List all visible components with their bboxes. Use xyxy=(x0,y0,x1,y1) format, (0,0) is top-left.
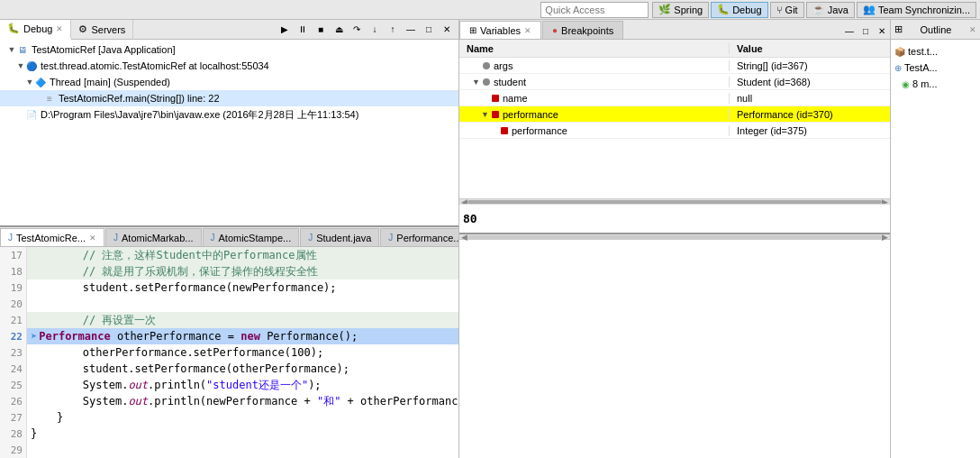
tab-test-atomic[interactable]: J TestAtomicRe... ✕ xyxy=(0,228,104,246)
line-num-20: 20 xyxy=(0,296,26,312)
step-into-button[interactable]: ↓ xyxy=(367,22,383,38)
expand-thread-group[interactable]: ▼ xyxy=(16,61,25,70)
code-line-27: } xyxy=(27,409,458,426)
resume-button[interactable]: ▶ xyxy=(277,22,293,38)
step-over-button[interactable]: ↷ xyxy=(349,22,365,38)
bug-icon: 🐛 xyxy=(7,23,20,34)
java-icon: ☕ xyxy=(812,4,825,15)
tree-item-app[interactable]: ▼ 🖥 TestAtomicRef [Java Application] xyxy=(0,41,458,58)
outline-panel: ⊞ Outline ✕ 📦 test.t... ⊕ TestA... ◉ 8 m… xyxy=(890,20,980,458)
java-file-icon-4: J xyxy=(388,233,393,243)
var-value-performance: Performance (id=370) xyxy=(730,109,890,120)
minimize-button[interactable]: — xyxy=(403,22,419,38)
vars-close-button[interactable]: ✕ xyxy=(874,23,890,39)
args-expand[interactable]: ▶ xyxy=(472,61,483,70)
editor-tabs: J TestAtomicRe... ✕ J AtomicMarkab... J … xyxy=(0,227,458,247)
outline-item-package[interactable]: 📦 test.t... xyxy=(894,43,976,60)
tab-performance[interactable]: J Performance.... xyxy=(380,228,458,246)
h-scrollbar-thumb2[interactable] xyxy=(467,235,882,239)
variables-tabs: ⊞ Variables ✕ ● Breakpoints — □ ✕ xyxy=(459,20,890,40)
spring-icon: 🌿 xyxy=(658,4,671,15)
code-line-25: System.out.println("student还是一个"); xyxy=(27,377,458,393)
app-icon: 🖥 xyxy=(16,43,29,56)
perf-child-red-icon xyxy=(501,127,508,134)
line-numbers: 17 18 19 20 21 22 23 24 25 26 27 28 29 xyxy=(0,247,27,458)
quick-access-input[interactable] xyxy=(540,2,649,18)
perf-expand[interactable]: ▼ xyxy=(481,110,492,119)
close-panel-button[interactable]: ✕ xyxy=(439,22,455,38)
perf-child-expand[interactable]: ▶ xyxy=(490,126,501,135)
java-file-icon: J xyxy=(8,233,13,243)
frame-icon: ≡ xyxy=(43,92,56,105)
code-line-20 xyxy=(27,296,458,312)
tab-atomic-markab[interactable]: J AtomicMarkab... xyxy=(105,228,201,246)
tab-breakpoints[interactable]: ● Breakpoints xyxy=(542,21,623,39)
code-editor[interactable]: 17 18 19 20 21 22 23 24 25 26 27 28 29 xyxy=(0,247,458,458)
var-row-performance-child[interactable]: ▶ performance Integer (id=375) xyxy=(459,123,890,139)
step-out-button[interactable]: ↑ xyxy=(385,22,401,38)
tree-item-frame[interactable]: ▶ ≡ TestAtomicRef.main(String[]) line: 2… xyxy=(0,90,458,106)
disconnect-button[interactable]: ⏏ xyxy=(331,22,347,38)
scroll-arrow-left2[interactable]: ◀ xyxy=(461,233,467,242)
var-value-student: Student (id=368) xyxy=(730,77,890,87)
line-num-23: 23 xyxy=(0,344,26,361)
server-icon: ⚙ xyxy=(78,23,87,35)
variables-table: ▶ args String[] (id=367) ▼ student xyxy=(459,58,890,198)
tab-debug[interactable]: 🐛 Debug ✕ xyxy=(0,20,71,40)
variables-bottom: ◀ ▶ xyxy=(459,234,890,458)
class-icon: ⊕ xyxy=(894,63,902,73)
code-line-22: ➤ Performance otherPerformance = new Per… xyxy=(27,328,458,344)
student-expand[interactable]: ▼ xyxy=(472,78,483,87)
scroll-arrow-right2[interactable]: ▶ xyxy=(882,233,888,242)
exe-icon: 📄 xyxy=(25,108,38,121)
debug-toolbar: ▶ ⏸ ■ ⏏ ↷ ↓ ↑ — □ ✕ xyxy=(273,20,458,40)
code-line-24: student.setPerformance(otherPerformance)… xyxy=(27,361,458,377)
tab-variables[interactable]: ⊞ Variables ✕ xyxy=(459,21,541,39)
code-line-23: otherPerformance.setPerformance(100); xyxy=(27,344,458,361)
tab-close-debug[interactable]: ✕ xyxy=(56,24,63,33)
var-name-name: ▶ name xyxy=(459,93,730,104)
tab-atomic-stampe[interactable]: J AtomicStampe... xyxy=(203,228,300,246)
outline-item-class[interactable]: ⊕ TestA... xyxy=(894,60,976,76)
var-row-args[interactable]: ▶ args String[] (id=367) xyxy=(459,58,890,74)
terminate-button[interactable]: ■ xyxy=(313,22,329,38)
expand-frame[interactable]: ▶ xyxy=(34,94,43,103)
tree-item-thread-group[interactable]: ▼ 🔵 test.thread.atomic.TestAtomicRef at … xyxy=(0,58,458,74)
spring-button[interactable]: 🌿 Spring xyxy=(652,2,709,18)
var-name-student: ▼ student xyxy=(459,77,730,87)
thread-group-icon: 🔵 xyxy=(25,60,38,72)
outline-close[interactable]: ✕ xyxy=(969,25,976,34)
close-vars-tab[interactable]: ✕ xyxy=(524,26,531,35)
vars-max-button[interactable]: □ xyxy=(858,23,874,39)
name-red-icon xyxy=(492,95,499,102)
outline-item-method[interactable]: ◉ 8 m... xyxy=(894,76,976,92)
expand-exe[interactable]: ▶ xyxy=(16,110,25,119)
expand-main-thread[interactable]: ▼ xyxy=(25,78,34,87)
debug-toolbar-button[interactable]: 🐛 Debug xyxy=(711,2,767,18)
vars-min-button[interactable]: — xyxy=(841,23,858,39)
java-button[interactable]: ☕ Java xyxy=(806,2,855,18)
code-line-26: System.out.println(newPerformance + "和" … xyxy=(27,393,458,409)
suspend-button[interactable]: ⏸ xyxy=(295,22,311,38)
name-expand[interactable]: ▶ xyxy=(481,94,492,103)
line-num-28: 28 xyxy=(0,426,26,442)
var-value-name: null xyxy=(730,93,890,104)
close-tab-0[interactable]: ✕ xyxy=(89,234,96,243)
var-value-performance-child: Integer (id=375) xyxy=(730,125,890,136)
var-row-name[interactable]: ▶ name null xyxy=(459,90,890,106)
tab-servers[interactable]: ⚙ Servers xyxy=(71,20,133,40)
git-button[interactable]: ⑂ Git xyxy=(770,2,804,18)
expand-app[interactable]: ▼ xyxy=(7,45,16,54)
team-sync-button[interactable]: 👥 Team Synchronizin... xyxy=(857,2,976,18)
var-row-performance[interactable]: ▼ performance Performance (id=370) xyxy=(459,106,890,123)
code-line-19: student.setPerformance(newPerformance); xyxy=(27,279,458,296)
line-num-24: 24 xyxy=(0,361,26,377)
tree-item-main-thread[interactable]: ▼ 🔷 Thread [main] (Suspended) xyxy=(0,74,458,90)
tab-student[interactable]: J Student.java xyxy=(300,228,379,246)
var-row-student[interactable]: ▼ student Student (id=368) xyxy=(459,74,890,90)
h-scrollbar-thumb[interactable] xyxy=(467,200,882,204)
line-num-29: 29 xyxy=(0,442,26,458)
tree-item-exe[interactable]: ▶ 📄 D:\Program Files\Java\jre7\bin\javaw… xyxy=(0,106,458,123)
maximize-button[interactable]: □ xyxy=(421,22,437,38)
debug-panel-tabs: 🐛 Debug ✕ ⚙ Servers ▶ ⏸ ■ ⏏ ↷ ↓ ↑ xyxy=(0,20,458,40)
